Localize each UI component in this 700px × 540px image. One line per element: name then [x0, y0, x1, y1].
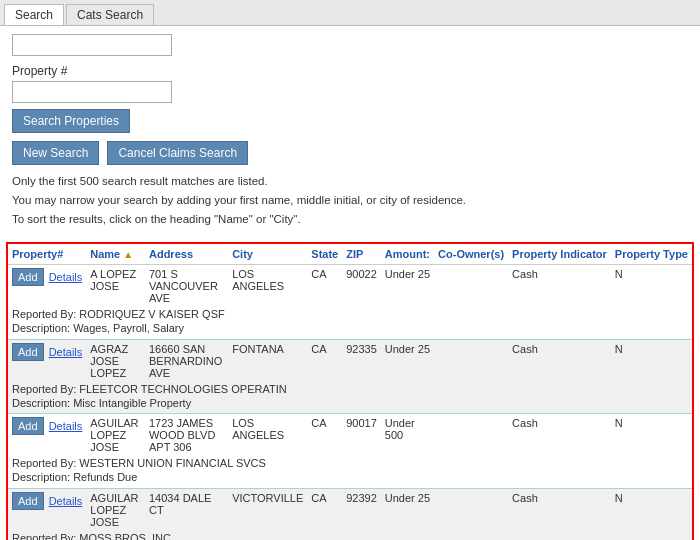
- tab-cats-search[interactable]: Cats Search: [66, 4, 154, 25]
- description-row: Description: Refunds Due: [8, 470, 692, 487]
- row-actions-cell: Add Details: [8, 339, 86, 382]
- reported-by-row: Reported By: RODRIQUEZ V KAISER QSF: [8, 307, 692, 321]
- row-property-type: N: [611, 265, 692, 308]
- table-row: Add Details A LOPEZ JOSE 701 S VANCOUVER…: [8, 265, 692, 308]
- row-amount: Under 25: [381, 339, 434, 382]
- row-property-type: N: [611, 339, 692, 382]
- header-city[interactable]: City: [228, 244, 307, 265]
- row-name: AGUILAR LOPEZ JOSE: [86, 488, 145, 531]
- row-zip: 92335: [342, 339, 381, 382]
- property-input[interactable]: [12, 81, 172, 103]
- header-coowner: Co-Owner(s): [434, 244, 508, 265]
- row-zip: 92392: [342, 488, 381, 531]
- row-name: AGUILAR LOPEZ JOSE: [86, 414, 145, 457]
- row-property-indicator: Cash: [508, 339, 611, 382]
- row-name: AGRAZ JOSE LOPEZ: [86, 339, 145, 382]
- row-actions-cell: Add Details: [8, 265, 86, 308]
- row-state: CA: [307, 265, 342, 308]
- details-link[interactable]: Details: [49, 495, 83, 507]
- row-city: FONTANA: [228, 339, 307, 382]
- row-amount: Under 25: [381, 488, 434, 531]
- description-text: Description: Wages, Payroll, Salary: [8, 321, 692, 338]
- details-link[interactable]: Details: [49, 346, 83, 358]
- header-property-type: Property Type: [611, 244, 692, 265]
- header-address: Address: [145, 244, 228, 265]
- add-button[interactable]: Add: [12, 343, 44, 361]
- row-coowner: [434, 488, 508, 531]
- property-label: Property #: [12, 64, 688, 78]
- header-name[interactable]: Name ▲: [86, 244, 145, 265]
- row-zip: 90022: [342, 265, 381, 308]
- row-zip: 90017: [342, 414, 381, 457]
- row-property-type: N: [611, 414, 692, 457]
- details-link[interactable]: Details: [49, 420, 83, 432]
- row-coowner: [434, 265, 508, 308]
- name-sort-arrow: ▲: [123, 249, 133, 260]
- row-property-indicator: Cash: [508, 414, 611, 457]
- top-section: Property # Search Properties New Search …: [0, 26, 700, 236]
- info-text-2: You may narrow your search by adding you…: [12, 192, 688, 208]
- row-actions-cell: Add Details: [8, 414, 86, 457]
- row-coowner: [434, 339, 508, 382]
- row-amount: Under 25: [381, 265, 434, 308]
- description-row: Description: Misc Intangible Property: [8, 396, 692, 413]
- add-button[interactable]: Add: [12, 492, 44, 510]
- row-coowner: [434, 414, 508, 457]
- table-row: Add Details AGRAZ JOSE LOPEZ 16660 SAN B…: [8, 339, 692, 382]
- table-header-row: Property# Name ▲ Address City State ZIP: [8, 244, 692, 265]
- new-search-button[interactable]: New Search: [12, 141, 99, 165]
- add-button[interactable]: Add: [12, 268, 44, 286]
- info-text-1: Only the first 500 search result matches…: [12, 173, 688, 189]
- table-row: Add Details AGUILAR LOPEZ JOSE 1723 JAME…: [8, 414, 692, 457]
- row-actions-cell: Add Details: [8, 488, 86, 531]
- row-city: LOS ANGELES: [228, 265, 307, 308]
- row-state: CA: [307, 339, 342, 382]
- top-input-1[interactable]: [12, 34, 172, 56]
- reported-by-text: Reported By: RODRIQUEZ V KAISER QSF: [8, 307, 692, 321]
- reported-by-text: Reported By: FLEETCOR TECHNOLOGIES OPERA…: [8, 382, 692, 396]
- row-address: 701 S VANCOUVER AVE: [145, 265, 228, 308]
- results-container: Property# Name ▲ Address City State ZIP: [6, 242, 694, 540]
- action-buttons: New Search Cancel Claims Search: [12, 141, 688, 165]
- details-link[interactable]: Details: [49, 271, 83, 283]
- reported-by-row: Reported By: MOSS BROS. INC: [8, 531, 692, 540]
- row-property-indicator: Cash: [508, 265, 611, 308]
- search-properties-button[interactable]: Search Properties: [12, 109, 130, 133]
- reported-by-row: Reported By: WESTERN UNION FINANCIAL SVC…: [8, 456, 692, 470]
- row-address: 1723 JAMES WOOD BLVD APT 306: [145, 414, 228, 457]
- reported-by-text: Reported By: MOSS BROS. INC: [8, 531, 692, 540]
- row-amount: Under 500: [381, 414, 434, 457]
- row-state: CA: [307, 488, 342, 531]
- row-address: 16660 SAN BERNARDINO AVE: [145, 339, 228, 382]
- row-property-type: N: [611, 488, 692, 531]
- reported-by-row: Reported By: FLEETCOR TECHNOLOGIES OPERA…: [8, 382, 692, 396]
- table-row: Add Details AGUILAR LOPEZ JOSE 14034 DAL…: [8, 488, 692, 531]
- row-city: LOS ANGELES: [228, 414, 307, 457]
- header-state: State: [307, 244, 342, 265]
- add-button[interactable]: Add: [12, 417, 44, 435]
- description-text: Description: Misc Intangible Property: [8, 396, 692, 413]
- header-zip: ZIP: [342, 244, 381, 265]
- tab-search[interactable]: Search: [4, 4, 64, 25]
- header-property: Property#: [8, 244, 86, 265]
- reported-by-text: Reported By: WESTERN UNION FINANCIAL SVC…: [8, 456, 692, 470]
- cancel-claims-search-button[interactable]: Cancel Claims Search: [107, 141, 248, 165]
- info-text-3: To sort the results, click on the headin…: [12, 211, 688, 227]
- header-amount: Amount:: [381, 244, 434, 265]
- row-property-indicator: Cash: [508, 488, 611, 531]
- header-property-indicator: Property Indicator: [508, 244, 611, 265]
- row-name: A LOPEZ JOSE: [86, 265, 145, 308]
- row-state: CA: [307, 414, 342, 457]
- description-row: Description: Wages, Payroll, Salary: [8, 321, 692, 338]
- description-text: Description: Refunds Due: [8, 470, 692, 487]
- row-address: 14034 DALE CT: [145, 488, 228, 531]
- results-table: Property# Name ▲ Address City State ZIP: [8, 244, 692, 540]
- row-city: VICTORVILLE: [228, 488, 307, 531]
